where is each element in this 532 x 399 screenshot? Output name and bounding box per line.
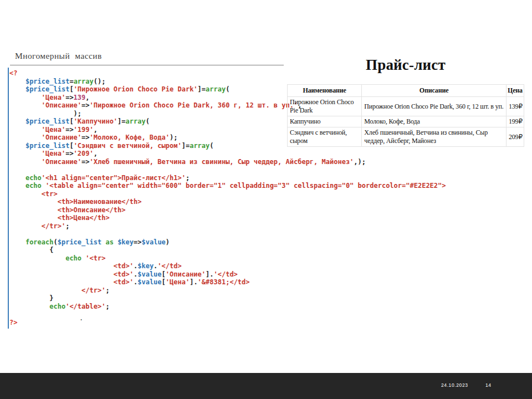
code-token: '209' (74, 150, 94, 157)
code-token: ( (209, 142, 213, 150)
code-token: foreach (25, 238, 54, 246)
code-token (9, 126, 42, 134)
code-line: <th>Описание</th> (9, 206, 458, 214)
table-cell: Пирожное Orion Choco Pie Dark (288, 97, 362, 116)
code-line: echo'<h1 align="center">Прайс-лист</h1>'… (9, 174, 458, 182)
code-token: <th>Цена</th> (9, 214, 110, 222)
price-table-header-cell: Описание (362, 85, 507, 97)
code-token: array (126, 117, 146, 125)
code-token: => (65, 126, 73, 134)
code-token: $key (137, 262, 154, 270)
code-token: = (69, 78, 73, 85)
code-line: echo '<tr> (9, 254, 458, 263)
code-token: $price_list (25, 85, 69, 93)
code-token: $key (117, 238, 134, 246)
code-token: as (105, 238, 113, 246)
code-token: <th>Описание</th> (9, 206, 126, 214)
code-token: [ (162, 278, 166, 286)
table-cell: 199₽ (506, 116, 524, 127)
code-token (9, 303, 49, 310)
code-token: [ (69, 142, 73, 150)
code-token: <tr> (9, 190, 58, 198)
table-cell: 209₽ (506, 127, 524, 147)
code-line (9, 310, 458, 319)
code-token: => (81, 101, 89, 109)
code-token: ) (166, 238, 170, 246)
code-token: 'Хлеб пшеничный, Ветчина из свинины, Сыр… (90, 158, 354, 166)
code-token: '&#8381;</td> (198, 278, 250, 286)
code-token: 'Описание' (166, 270, 206, 278)
code-token: 'Описание' (42, 101, 81, 109)
price-table: НаименованиеОписаниеЦена Пирожное Orion … (287, 84, 524, 147)
table-row: Пирожное Orion Choco Pie DarkПирожное Or… (288, 97, 524, 116)
code-token: 'Пирожное Orion Choco Pie Dark, 360 г, 1… (90, 101, 298, 109)
table-cell: Каппучино (288, 116, 362, 127)
code-token: $value (137, 278, 161, 286)
code-token: 'Цена' (42, 126, 65, 134)
code-token (9, 117, 25, 125)
code-line: <td>'.$value['Цена'].'&#8381;</td> (9, 278, 458, 287)
code-token: , (94, 126, 98, 134)
code-token: ( (146, 117, 150, 125)
code-line: echo '<table align="center" width="600" … (9, 182, 458, 190)
code-token: </tr>' (9, 222, 65, 230)
code-line: { (9, 246, 458, 254)
code-token: <td>' (9, 270, 134, 278)
code-token: [ (162, 270, 166, 278)
price-table-header-cell: Цена (506, 85, 524, 97)
code-line: <th>Цена</th> (9, 214, 458, 222)
table-cell: 139₽ (506, 97, 524, 116)
code-token: ; (65, 222, 69, 230)
code-token: ,); (354, 158, 366, 166)
code-token: ; (186, 174, 190, 182)
preview-heading: Прайс-лист (287, 57, 524, 74)
table-row: Сэндвич с ветчиной, сыромХлеб пшеничный,… (288, 127, 524, 147)
code-token: => (134, 238, 141, 246)
code-token: , (94, 150, 98, 157)
code-token: '<table align="center" width="600" borde… (45, 182, 446, 190)
title-underline (10, 65, 284, 65)
price-table-header-cell: Наименование (288, 85, 362, 97)
code-line: 'Цена'=>'209', (9, 150, 458, 158)
price-table-header-row: НаименованиеОписаниеЦена (288, 85, 524, 97)
code-token: ?> (9, 319, 17, 326)
code-token: 'Цена' (42, 150, 65, 157)
code-token: echo (65, 254, 81, 262)
stray-dot: . (79, 314, 83, 322)
code-line: <td>'.$key.'</td> (9, 262, 458, 270)
footer-bar: 24.10.2023 14 (0, 373, 532, 399)
code-token: array (206, 85, 226, 93)
code-token: ; (105, 303, 109, 310)
code-token: $price_list (58, 238, 101, 246)
table-row: КаппучиноМолоко, Кофе, Вода199₽ (288, 116, 524, 127)
code-line: ?> (9, 319, 458, 327)
code-token: (); (94, 78, 106, 85)
code-token: echo (25, 174, 42, 182)
code-token (9, 158, 42, 166)
code-token: , (85, 94, 89, 101)
code-token: ( (53, 238, 57, 246)
code-line: echo'</table>'; (9, 303, 458, 311)
code-token: ( (226, 85, 229, 93)
code-token: <th>Наименование</th> (9, 198, 141, 206)
code-token: ]= (117, 117, 125, 125)
code-token: $price_list (25, 117, 69, 125)
code-token: '</td> (157, 262, 181, 270)
table-cell: Молоко, Кофе, Вода (362, 116, 507, 127)
code-token (42, 182, 45, 190)
code-token: [ (69, 85, 73, 93)
code-token: array (74, 78, 94, 85)
code-token: ); (170, 134, 177, 141)
code-line: <th>Наименование</th> (9, 198, 458, 206)
code-token: 139 (74, 94, 86, 101)
code-token: ]. (206, 270, 213, 278)
code-line (9, 166, 458, 174)
footer-page-number: 14 (485, 382, 491, 388)
code-line: </tr>'; (9, 287, 458, 295)
code-line: <td>'.$value['Описание'].'</td> (9, 270, 458, 279)
code-line (9, 230, 458, 238)
code-token: 'Описание' (42, 158, 81, 166)
code-token (9, 150, 42, 157)
code-token: 'Цена' (42, 94, 65, 101)
slide-title: Многомерный массив (15, 51, 102, 61)
